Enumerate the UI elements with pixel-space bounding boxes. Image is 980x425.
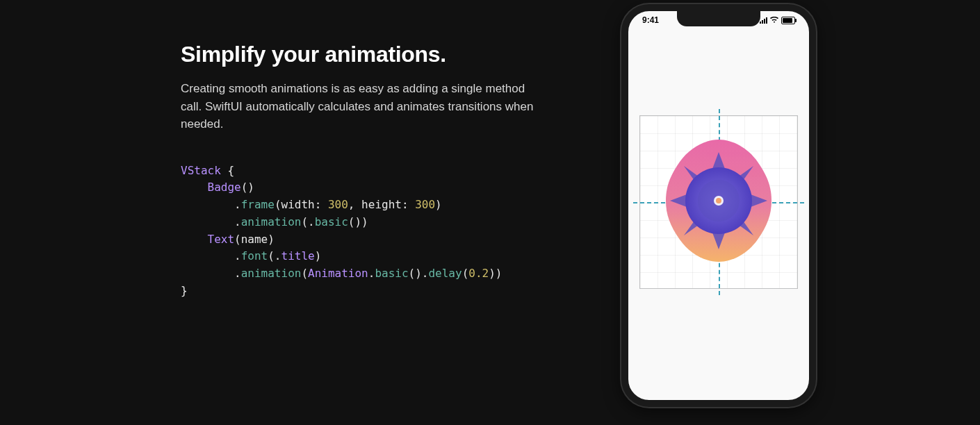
status-time: 9:41: [642, 15, 659, 25]
phone-notch: [677, 10, 760, 26]
badge-graphic: [649, 131, 788, 273]
page: Simplify your animations. Creating smoot…: [0, 0, 980, 425]
content-column: Simplify your animations. Creating smoot…: [181, 42, 570, 300]
code-block: VStack { Badge() .frame(width: 300, heig…: [181, 162, 570, 300]
wifi-icon: [770, 16, 778, 24]
phone-mockup: 9:41: [621, 4, 816, 407]
phone-preview-region: 9:41: [621, 4, 980, 407]
svg-point-11: [716, 198, 721, 203]
battery-icon: [781, 17, 795, 24]
preview-canvas: [639, 115, 798, 289]
section-body: Creating smooth animations is as easy as…: [181, 80, 542, 133]
section-heading: Simplify your animations.: [181, 42, 570, 67]
signal-icon: [760, 17, 767, 24]
status-indicators: [760, 15, 795, 25]
